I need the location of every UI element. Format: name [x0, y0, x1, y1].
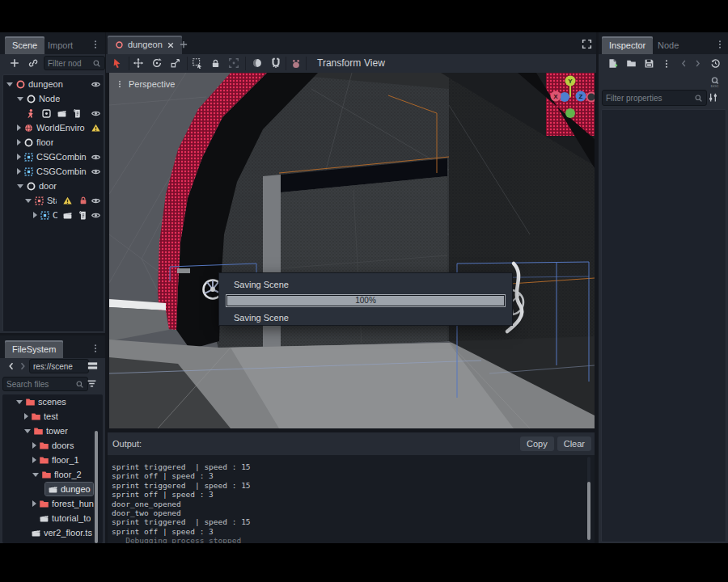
- tab-inspector[interactable]: Inspector: [602, 36, 653, 54]
- view-menu-dots-icon[interactable]: [116, 80, 124, 88]
- fs-row-tower[interactable]: tower: [2, 424, 103, 438]
- chevron-right-icon[interactable]: [17, 139, 21, 146]
- movie-badge-icon[interactable]: [62, 210, 73, 221]
- fs-row-foresthun[interactable]: forest_hun: [2, 496, 103, 511]
- clear-button[interactable]: Clear: [557, 436, 591, 451]
- add-node-icon[interactable]: [9, 57, 20, 69]
- rotate-tool-icon[interactable]: [151, 57, 163, 69]
- warning-icon[interactable]: [62, 196, 73, 206]
- warning-icon[interactable]: [91, 123, 101, 133]
- group-badge-icon[interactable]: [41, 108, 52, 119]
- expand-viewport-icon[interactable]: [582, 39, 592, 49]
- load-resource-icon[interactable]: [626, 58, 637, 69]
- scene-tree-row-node[interactable]: Node: [3, 91, 104, 106]
- chevron-right-icon[interactable]: [32, 500, 36, 507]
- history-back-icon[interactable]: [679, 59, 688, 68]
- lock-selected-icon[interactable]: [210, 58, 221, 69]
- tab-node[interactable]: Node: [650, 36, 686, 54]
- fs-row-partial[interactable]: [2, 540, 103, 543]
- copy-button[interactable]: Copy: [520, 436, 554, 451]
- chevron-down-icon[interactable]: [17, 97, 23, 101]
- save-resource-icon[interactable]: [644, 58, 654, 69]
- tab-scene-dungeon[interactable]: dungeon: [108, 36, 182, 54]
- fs-row-scenes[interactable]: scenes: [2, 394, 103, 409]
- scene-tree-row-sta[interactable]: Sta: [3, 193, 104, 208]
- chevron-right-icon[interactable]: [17, 154, 21, 160]
- snap-mode-icon[interactable]: [270, 57, 281, 69]
- scene-tree-row-floor[interactable]: floor: [3, 135, 104, 150]
- fs-row-ver2floor[interactable]: ver2_floor.ts: [2, 525, 103, 540]
- close-icon[interactable]: [167, 41, 175, 49]
- chevron-down-icon[interactable]: [25, 199, 32, 203]
- viewport-3d[interactable]: X Y Z Perspective Saving Scene 100%: [109, 73, 595, 428]
- tab-import[interactable]: Import: [40, 36, 80, 54]
- fs-row-floor2[interactable]: floor_2: [2, 467, 103, 482]
- scene-tree-row-dungeon[interactable]: dungeon: [3, 77, 104, 91]
- fs-row-tutorial[interactable]: tutorial_to: [2, 511, 103, 525]
- fs-row-floor1[interactable]: floor_1: [2, 453, 103, 467]
- axis-x-neg[interactable]: [587, 93, 595, 102]
- local-space-icon[interactable]: [252, 57, 263, 69]
- eye-icon[interactable]: [91, 108, 101, 119]
- movie-badge-icon[interactable]: [57, 108, 67, 119]
- nav-back-icon[interactable]: [6, 361, 16, 371]
- new-scene-tab-icon[interactable]: [179, 40, 188, 49]
- filesystem-scrollbar[interactable]: [95, 431, 98, 543]
- scene-tree-row-csgcombiner1[interactable]: CSGCombin: [3, 150, 104, 164]
- eye-icon[interactable]: [91, 196, 101, 206]
- scene-tree-row-player[interactable]: [3, 106, 104, 120]
- eye-icon[interactable]: [91, 210, 101, 221]
- chevron-down-icon[interactable]: [16, 400, 23, 404]
- chevron-down-icon[interactable]: [17, 184, 23, 188]
- tab-scene[interactable]: Scene: [5, 36, 44, 54]
- script-icon[interactable]: [78, 210, 88, 221]
- dock-menu-icon[interactable]: [715, 40, 725, 49]
- select-tool-icon[interactable]: [112, 57, 123, 69]
- sort-files-icon[interactable]: [87, 378, 97, 389]
- search-files-input[interactable]: [2, 377, 88, 391]
- chevron-right-icon[interactable]: [24, 413, 28, 420]
- axis-y-neg[interactable]: [565, 108, 575, 118]
- chevron-right-icon[interactable]: [33, 212, 37, 218]
- filter-nodes-input-field[interactable]: [48, 59, 90, 68]
- lock-icon[interactable]: [78, 196, 88, 205]
- script-icon[interactable]: [72, 108, 83, 119]
- chevron-right-icon[interactable]: [32, 442, 36, 449]
- object-history-icon[interactable]: [710, 58, 721, 69]
- search-files-input-field[interactable]: [6, 380, 73, 389]
- output-console[interactable]: sprint triggered | speed : 15 sprint off…: [108, 455, 595, 543]
- fs-row-dungeon-selected[interactable]: dungeo: [2, 482, 103, 496]
- history-forward-icon[interactable]: [693, 59, 702, 68]
- search-help-icon[interactable]: [709, 76, 721, 88]
- scene-tree-row-door[interactable]: door: [3, 179, 104, 193]
- group-selected-icon[interactable]: [228, 57, 239, 69]
- list-select-icon[interactable]: [192, 57, 203, 69]
- filter-properties-input[interactable]: [602, 90, 707, 106]
- split-mode-icon[interactable]: [87, 360, 99, 372]
- fs-row-test[interactable]: test: [2, 409, 103, 424]
- fs-row-doors[interactable]: doors: [2, 438, 103, 453]
- dock-menu-icon[interactable]: [91, 40, 100, 49]
- viewport-view-menu[interactable]: Perspective: [116, 79, 175, 89]
- scale-tool-icon[interactable]: [170, 57, 181, 69]
- eye-icon[interactable]: [91, 167, 101, 177]
- chevron-down-icon[interactable]: [6, 82, 13, 86]
- chevron-right-icon[interactable]: [32, 457, 36, 463]
- chevron-right-icon[interactable]: [17, 168, 21, 175]
- move-tool-icon[interactable]: [133, 57, 144, 69]
- eye-icon[interactable]: [91, 79, 101, 90]
- instance-scene-icon[interactable]: [28, 57, 39, 69]
- dock-menu-icon[interactable]: [91, 344, 100, 353]
- scene-tree-row-c[interactable]: C: [3, 208, 104, 222]
- scene-tree-row-worldenvironment[interactable]: WorldEnviro: [3, 120, 104, 135]
- filter-properties-input-field[interactable]: [606, 94, 692, 103]
- chevron-down-icon[interactable]: [24, 429, 31, 433]
- nav-forward-icon[interactable]: [18, 361, 28, 371]
- extra-filter-options-icon[interactable]: [708, 92, 718, 103]
- output-scrollbar[interactable]: [587, 482, 590, 540]
- view-menu[interactable]: View: [364, 55, 385, 72]
- chevron-down-icon[interactable]: [32, 473, 39, 477]
- axis-z-neg[interactable]: [560, 92, 569, 102]
- tab-filesystem[interactable]: FileSystem: [5, 340, 63, 358]
- scene-tree-row-csgcombiner2[interactable]: CSGCombin: [3, 164, 104, 179]
